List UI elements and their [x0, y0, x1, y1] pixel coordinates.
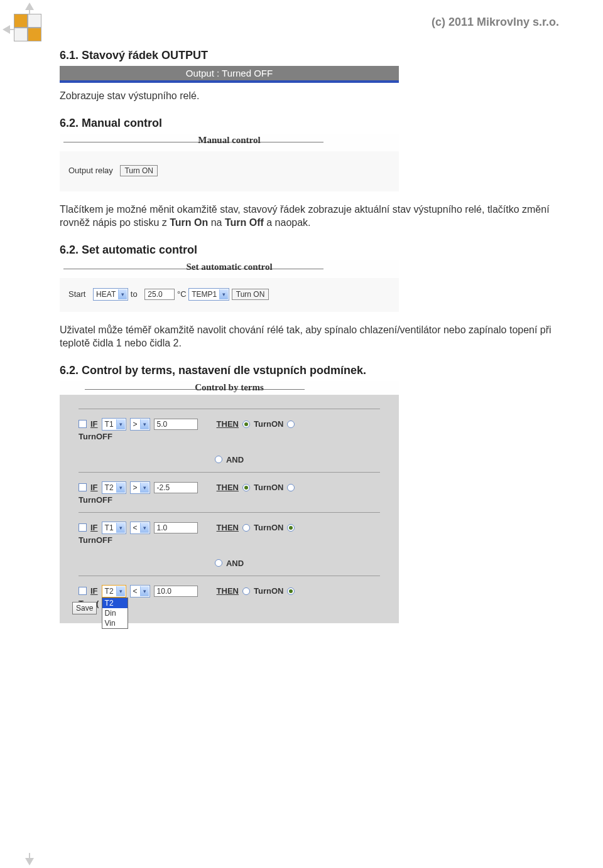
- term-op-select[interactable]: >▾: [130, 418, 150, 431]
- term-row: IF T1▾ <▾ 1.0 THEN TurnON TurnOFF: [79, 512, 380, 545]
- turnoff-radio[interactable]: [287, 587, 295, 595]
- manual-panel-title: Manual control: [60, 134, 399, 147]
- manual-control-panel: Manual control Output relay Turn ON: [60, 134, 399, 191]
- auto-panel-title: Set automatic control: [60, 260, 399, 274]
- then-label: THEN: [217, 586, 239, 596]
- turnoff-radio[interactable]: [287, 524, 295, 532]
- turnon-label: TurnON: [254, 523, 283, 532]
- turn-on-button[interactable]: Turn ON: [120, 165, 158, 176]
- chevron-down-icon: ▾: [118, 289, 127, 299]
- turnon-radio[interactable]: [242, 421, 250, 428]
- turnon-radio[interactable]: [242, 587, 250, 595]
- then-label: THEN: [217, 483, 239, 492]
- chevron-down-icon: ▾: [116, 483, 125, 493]
- chevron-down-icon: ▾: [140, 586, 149, 596]
- save-button[interactable]: Save: [72, 602, 97, 614]
- section-heading-auto: 6.2. Set automatic control: [60, 244, 559, 257]
- output-status-text: Output : Turned OFF: [60, 66, 399, 80]
- sensor-select[interactable]: TEMP1 ▾: [188, 288, 229, 301]
- and-row: AND: [79, 559, 380, 568]
- term-var-select-open[interactable]: T2▾ T2 Din Vin: [102, 585, 126, 597]
- start-label: Start: [68, 289, 85, 299]
- term-op-select[interactable]: >▾: [130, 481, 150, 494]
- copyright-text: (c) 2011 Mikrovlny s.r.o.: [60, 16, 559, 29]
- chevron-down-icon: ▾: [116, 523, 125, 533]
- chevron-down-icon: ▾: [140, 483, 149, 493]
- mode-select[interactable]: HEAT ▾: [93, 288, 128, 301]
- section-heading-cbt: 6.2. Control by terms, nastavení dle vst…: [60, 364, 559, 377]
- sensor-select-value: TEMP1: [192, 290, 217, 299]
- term-var-select[interactable]: T1▾: [102, 522, 126, 534]
- and-row: AND: [79, 455, 380, 464]
- term-value-input[interactable]: 10.0: [154, 586, 198, 597]
- section-heading-manual: 6.2. Manual control: [60, 117, 559, 130]
- and-label: AND: [226, 559, 244, 568]
- output-status-bar: Output : Turned OFF: [60, 66, 399, 83]
- chevron-down-icon: ▾: [140, 419, 149, 429]
- and-radio[interactable]: [215, 559, 222, 567]
- mode-select-value: HEAT: [96, 290, 116, 299]
- turnon-radio[interactable]: [242, 524, 250, 532]
- dropdown-option[interactable]: Din: [102, 608, 128, 618]
- turnoff-label: TurnOFF: [79, 432, 380, 441]
- auto-turn-on-button[interactable]: Turn ON: [232, 289, 269, 300]
- if-label: IF: [90, 523, 98, 532]
- dropdown-option[interactable]: T2: [102, 598, 128, 608]
- term-row: IF T2▾ T2 Din Vin <▾ 10.0 THEN TurnO: [79, 576, 380, 608]
- turnoff-radio[interactable]: [287, 484, 295, 491]
- auto-paragraph: Uživatel může téměř okamžitě navolit cho…: [60, 323, 559, 350]
- if-label: IF: [90, 419, 98, 429]
- control-by-terms-panel: Control by terms IF T1▾ >▾ 5.0 THEN Turn…: [60, 381, 399, 623]
- and-radio[interactable]: [215, 456, 222, 463]
- temperature-input[interactable]: 25.0: [144, 289, 175, 300]
- turnon-radio[interactable]: [242, 484, 250, 491]
- dropdown-list[interactable]: T2 Din Vin: [102, 597, 128, 629]
- chevron-down-icon: ▾: [116, 419, 125, 429]
- to-label: to: [131, 289, 138, 299]
- term-enable-checkbox[interactable]: [79, 587, 87, 595]
- chevron-down-icon: ▾: [140, 523, 149, 533]
- auto-control-panel: Set automatic control Start HEAT ▾ to 25…: [60, 260, 399, 312]
- status-underline: [60, 80, 399, 83]
- dropdown-option[interactable]: Vin: [102, 618, 128, 628]
- term-row: IF T2▾ >▾ -2.5 THEN TurnON TurnOFF: [79, 472, 380, 505]
- unit-label: °C: [177, 289, 187, 299]
- output-relay-label: Output relay: [68, 166, 113, 175]
- section-heading-output: 6.1. Stavový řádek OUTPUT: [60, 49, 559, 62]
- if-label: IF: [90, 483, 98, 492]
- term-op-select[interactable]: <▾: [130, 585, 150, 597]
- turnoff-radio[interactable]: [287, 421, 295, 428]
- term-value-input[interactable]: 5.0: [154, 419, 198, 430]
- term-var-select[interactable]: T2▾: [102, 481, 126, 494]
- term-value-input[interactable]: -2.5: [154, 482, 198, 493]
- turnoff-label: TurnOFF: [79, 535, 380, 545]
- term-op-select[interactable]: <▾: [130, 522, 150, 534]
- and-label: AND: [226, 455, 244, 464]
- cbt-panel-title: Control by terms: [60, 381, 399, 395]
- chevron-down-icon: ▾: [116, 586, 125, 596]
- output-caption: Zobrazuje stav výstupního relé.: [60, 89, 559, 103]
- chevron-down-icon: ▾: [219, 289, 228, 299]
- corner-logo: [14, 14, 41, 41]
- turnon-label: TurnON: [254, 419, 283, 429]
- term-var-select[interactable]: T1▾: [102, 418, 126, 431]
- if-label: IF: [90, 586, 98, 596]
- then-label: THEN: [217, 523, 239, 532]
- turnon-label: TurnON: [254, 483, 283, 492]
- term-enable-checkbox[interactable]: [79, 420, 87, 428]
- then-label: THEN: [217, 419, 239, 429]
- term-enable-checkbox[interactable]: [79, 483, 87, 491]
- term-enable-checkbox[interactable]: [79, 523, 87, 532]
- turnon-label: TurnON: [254, 586, 283, 596]
- term-value-input[interactable]: 1.0: [154, 522, 198, 533]
- term-row: IF T1▾ >▾ 5.0 THEN TurnON TurnOFF: [79, 409, 380, 441]
- manual-paragraph: Tlačítkem je možné měnit okamžitě stav, …: [60, 203, 559, 230]
- turnoff-label: TurnOFF: [79, 495, 380, 505]
